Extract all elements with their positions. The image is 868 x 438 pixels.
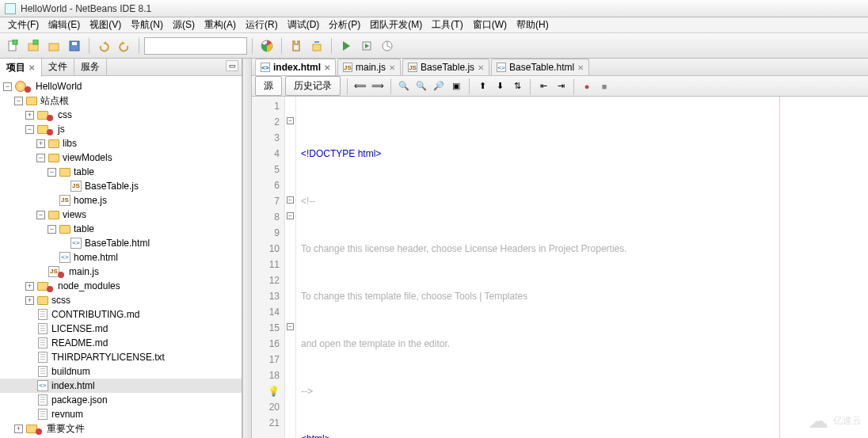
tree-node-v-home[interactable]: <>home.html — [0, 250, 242, 265]
watermark: ☁亿速云 — [808, 409, 862, 433]
fold-column[interactable]: −−−− — [285, 97, 296, 438]
build-button[interactable] — [287, 36, 306, 55]
menu-window[interactable]: 窗口(W) — [468, 17, 512, 33]
menu-profile[interactable]: 分析(P) — [324, 17, 365, 33]
tree-node-v-basetable[interactable]: <>BaseTable.html — [0, 236, 242, 250]
close-icon[interactable]: ✕ — [577, 63, 584, 72]
close-icon[interactable]: ✕ — [29, 63, 35, 72]
menu-file[interactable]: 文件(F) — [3, 17, 44, 33]
projects-sidebar: 项目✕ 文件 服务 ▭ −HelloWorld −站点根 +css −js +l… — [0, 59, 242, 438]
source-view-button[interactable]: 源 — [255, 76, 282, 96]
menu-source[interactable]: 源(S) — [168, 17, 200, 33]
prev-bm-icon[interactable]: ⬆ — [474, 78, 490, 94]
tree-node-mainjs[interactable]: JSmain.js — [0, 265, 242, 279]
menu-debug[interactable]: 调试(D) — [283, 17, 325, 33]
editor-body[interactable]: 123456789101112131415161718💡2021 −−−− <!… — [252, 97, 868, 438]
new-project-button[interactable] — [24, 36, 43, 55]
menu-refactor[interactable]: 重构(A) — [200, 17, 241, 33]
main-toolbar — [0, 33, 868, 59]
tree-node-project[interactable]: −HelloWorld — [0, 79, 242, 93]
history-view-button[interactable]: 历史记录 — [285, 76, 341, 96]
tree-node-important[interactable]: +重要文件 — [0, 421, 242, 436]
editor-tab-basetablejs[interactable]: JSBaseTable.js✕ — [402, 59, 489, 75]
tree-node-index[interactable]: <>index.html — [0, 379, 242, 393]
macro-rec-icon[interactable]: ● — [579, 78, 595, 94]
tree-node-libs[interactable]: +libs — [0, 136, 242, 150]
menu-tools[interactable]: 工具(T) — [427, 17, 467, 33]
menu-run[interactable]: 运行(R) — [241, 17, 283, 33]
next-bm-icon[interactable]: ⬇ — [492, 78, 508, 94]
config-combo[interactable] — [144, 37, 247, 55]
tree-node-buildnum[interactable]: buildnum — [0, 364, 242, 379]
save-all-button[interactable] — [65, 36, 84, 55]
shift-left-icon[interactable]: ⇤ — [535, 78, 551, 94]
profile-button[interactable] — [378, 36, 397, 55]
tree-node-revnum[interactable]: revnum — [0, 407, 242, 421]
macro-stop-icon[interactable]: ■ — [596, 78, 612, 94]
window-titlebar: HelloWorld - NetBeans IDE 8.1 — [0, 0, 868, 17]
editor-tabs: <>index.html✕ JSmain.js✕ JSBaseTable.js✕… — [252, 59, 868, 76]
tree-node-vm-home[interactable]: JShome.js — [0, 193, 242, 208]
close-icon[interactable]: ✕ — [389, 63, 395, 72]
editor-tab-basetablehtml[interactable]: <>BaseTable.html✕ — [491, 59, 589, 75]
shift-right-icon[interactable]: ⇥ — [553, 78, 569, 94]
menu-edit[interactable]: 编辑(E) — [44, 17, 85, 33]
tree-node-package[interactable]: package.json — [0, 393, 242, 407]
nav-fwd-icon[interactable]: ⟹ — [370, 78, 386, 94]
find-prev-icon[interactable]: 🔍 — [413, 78, 429, 94]
window-title: HelloWorld - NetBeans IDE 8.1 — [21, 3, 151, 14]
tree-node-nodemodules[interactable]: +node_modules — [0, 279, 242, 293]
debug-button[interactable] — [357, 36, 376, 55]
tree-node-contributing[interactable]: CONTRIBUTING.md — [0, 307, 242, 322]
tree-node-viewmodels[interactable]: −viewModels — [0, 150, 242, 165]
code-area[interactable]: <!DOCTYPE html> <!-- To change this lice… — [296, 97, 868, 438]
tree-node-views[interactable]: −views — [0, 208, 242, 222]
svg-rect-6 — [72, 42, 77, 45]
find-sel-icon[interactable]: 🔍 — [396, 78, 412, 94]
editor-area: <>index.html✕ JSmain.js✕ JSBaseTable.js✕… — [252, 59, 868, 438]
find-next-icon[interactable]: 🔎 — [431, 78, 447, 94]
tree-node-js[interactable]: −js — [0, 122, 242, 136]
line-gutter: 123456789101112131415161718💡2021 — [252, 97, 285, 438]
tree-node-readme[interactable]: README.md — [0, 336, 242, 350]
undo-button[interactable] — [94, 36, 113, 55]
editor-tab-index[interactable]: <>index.html✕ — [255, 59, 336, 75]
tree-node-css[interactable]: +css — [0, 108, 242, 122]
tree-node-thirdparty[interactable]: THIRDPARTYLICENSE.txt — [0, 350, 242, 364]
clean-build-button[interactable] — [307, 36, 326, 55]
menu-navigate[interactable]: 导航(N) — [126, 17, 168, 33]
tree-node-vm-basetable[interactable]: JSBaseTable.js — [0, 179, 242, 193]
menu-bar: 文件(F) 编辑(E) 视图(V) 导航(N) 源(S) 重构(A) 运行(R)… — [0, 17, 868, 33]
tree-node-scss[interactable]: +scss — [0, 293, 242, 307]
new-file-button[interactable] — [3, 36, 22, 55]
sidebar-tab-files[interactable]: 文件 — [42, 58, 74, 76]
svg-rect-1 — [13, 40, 17, 44]
sidebar-tab-services[interactable]: 服务 — [74, 58, 107, 76]
tree-node-v-table[interactable]: −table — [0, 222, 242, 236]
menu-team[interactable]: 团队开发(M) — [365, 17, 427, 33]
split-handle[interactable] — [242, 59, 252, 438]
close-icon[interactable]: ✕ — [478, 63, 484, 72]
editor-tab-mainjs[interactable]: JSmain.js✕ — [337, 59, 401, 75]
menu-help[interactable]: 帮助(H) — [512, 17, 554, 33]
open-project-button[interactable] — [44, 36, 63, 55]
app-icon — [5, 3, 16, 14]
redo-button[interactable] — [115, 36, 134, 55]
svg-rect-9 — [313, 44, 321, 51]
editor-toolbar: 源 历史记录 ⟸ ⟹ 🔍 🔍 🔎 ▣ ⬆ ⬇ ⇅ ⇤ ⇥ ● ■ — [252, 76, 868, 97]
menu-view[interactable]: 视图(V) — [85, 17, 126, 33]
toggle-hl-icon[interactable]: ▣ — [448, 78, 464, 94]
minimize-button[interactable]: ▭ — [226, 60, 238, 71]
sidebar-tab-projects[interactable]: 项目✕ — [0, 59, 42, 77]
run-button[interactable] — [337, 36, 356, 55]
toggle-bm-icon[interactable]: ⇅ — [509, 78, 525, 94]
nav-back-icon[interactable]: ⟸ — [352, 78, 368, 94]
main-area: 项目✕ 文件 服务 ▭ −HelloWorld −站点根 +css −js +l… — [0, 59, 868, 438]
tree-node-siteroot[interactable]: −站点根 — [0, 93, 242, 108]
tree-node-vm-table[interactable]: −table — [0, 165, 242, 179]
project-tree[interactable]: −HelloWorld −站点根 +css −js +libs −viewMod… — [0, 76, 242, 438]
close-icon[interactable]: ✕ — [324, 63, 330, 72]
chrome-icon[interactable] — [257, 36, 276, 55]
sidebar-tabs: 项目✕ 文件 服务 ▭ — [0, 59, 242, 76]
tree-node-license[interactable]: LICENSE.md — [0, 322, 242, 336]
